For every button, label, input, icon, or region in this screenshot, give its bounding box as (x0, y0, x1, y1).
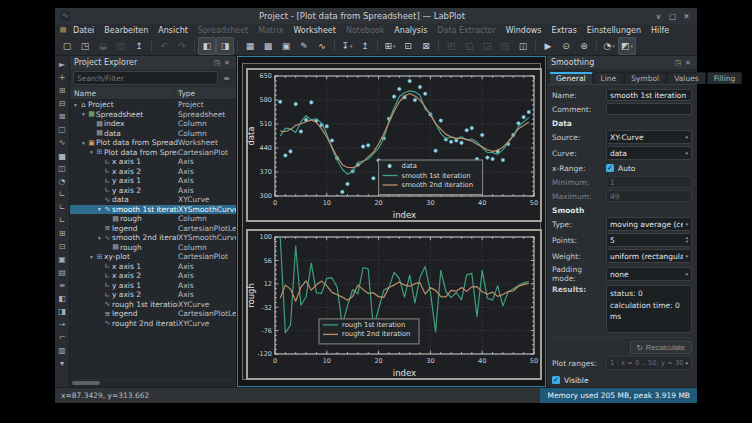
add-y-axis-tool-button[interactable]: ∟ (56, 214, 68, 227)
add-axis-tool-button[interactable]: ∟ (56, 188, 68, 201)
expander-icon[interactable]: ▾ (80, 140, 87, 146)
tree-row-xy-plot[interactable]: ▾⊞xy-plotCartesianPlot (70, 252, 236, 262)
tree-row-legend[interactable]: ≡legendCartesianPlotLegend (70, 309, 236, 319)
add-plot-tool-button[interactable]: ⊞ (56, 227, 68, 240)
presenter-mode-button[interactable]: ▶ (539, 37, 557, 55)
recalculate-button[interactable]: ↻ Recalculate (630, 341, 693, 354)
dock-float-icon[interactable]: ◳ (673, 59, 683, 67)
close-button[interactable]: ✕ (681, 11, 692, 22)
open-project-button[interactable]: ◳ (76, 37, 94, 55)
tree-row-rough[interactable]: ▤roughColumn (70, 214, 236, 224)
tree-row-legend[interactable]: ≡legendCartesianPlotLegend (70, 224, 236, 234)
toggle-properties-dock-button[interactable]: ◨ (216, 37, 234, 55)
fullscreen-button[interactable]: ⊙ (557, 37, 575, 55)
zoom-fit-button[interactable]: ⊡ (399, 37, 417, 55)
shape-ellipse-tool-button[interactable]: ◨ (56, 305, 68, 318)
add-curve-tool-button[interactable]: ∿ (56, 136, 68, 149)
menu-worksheet[interactable]: Worksheet (288, 26, 340, 35)
menu-hilfe[interactable]: Hilfe (646, 26, 674, 35)
arrange-button[interactable]: ◫ (514, 37, 532, 55)
zoom-y-tool-button[interactable]: ⊠ (56, 110, 68, 123)
expander-icon[interactable]: ▾ (72, 102, 79, 108)
tree-row-smooth-1st-iteration[interactable]: ▾∿smooth 1st iterationXYSmoothCurve (70, 205, 236, 215)
tree-row-plot-data-from-spreadsheet[interactable]: ▾⊞Plot data from SpreadsheetCartesianPlo… (70, 148, 236, 158)
plot-ranges-combobox[interactable]: 1 : x = 0 .. 50, y = 300 .. 650 ▾ (606, 356, 692, 370)
maximize-button[interactable]: □ (667, 11, 678, 22)
menu-datei[interactable]: Datei (68, 26, 99, 35)
add-legend-tool-button[interactable]: ≡ (56, 279, 68, 292)
magnification-button[interactable]: ◔▾ (600, 37, 618, 55)
tree-row-x-axis-1[interactable]: ∟x axis 1Axis (70, 157, 236, 167)
tree-row-x-axis-1[interactable]: ∟x axis 1Axis (70, 262, 236, 272)
navigate-mode-button[interactable]: ⊠ (417, 37, 435, 55)
menu-ansicht[interactable]: Ansicht (153, 26, 193, 35)
import-data-button[interactable]: ↧▾ (338, 37, 356, 55)
tree-row-data[interactable]: ∿dataXYCurve (70, 195, 236, 205)
tab-values[interactable]: Values (667, 72, 706, 84)
filter-options-icon[interactable]: ≡ (220, 72, 233, 85)
reference-range-tool-button[interactable]: ▥ (56, 344, 68, 357)
tree-row-project[interactable]: ▾⌂ProjectProject (70, 100, 236, 110)
add-text-tool-button[interactable]: ▤ (56, 266, 68, 279)
column-header-type[interactable]: Type (174, 89, 236, 98)
tab-filling[interactable]: Filling (707, 72, 743, 84)
points-spinbox[interactable]: 5 ▴▾ (606, 233, 692, 247)
expander-icon[interactable]: ▾ (96, 235, 103, 241)
search-input[interactable] (73, 71, 218, 85)
tree-row-y-axis-1[interactable]: ∟y axis 1Axis (70, 176, 236, 186)
new-worksheet-button[interactable]: ▣ (277, 37, 295, 55)
name-field[interactable] (606, 89, 692, 101)
tree-row-y-axis-1[interactable]: ∟y axis 1Axis (70, 281, 236, 291)
toggle-project-explorer-button[interactable]: ◧ (198, 37, 216, 55)
title-bar[interactable]: ∿ Project - [Plot data from Spreadsheet]… (55, 8, 697, 24)
tree-row-x-axis-2[interactable]: ∟x axis 2Axis (70, 271, 236, 281)
spinner-arrows-icon[interactable]: ▴▾ (686, 236, 688, 244)
tree-row-y-axis-2[interactable]: ∟y axis 2Axis (70, 186, 236, 196)
new-curve-button[interactable]: ∿ (313, 37, 331, 55)
export-button[interactable]: ↥ (130, 37, 148, 55)
tree-row-data[interactable]: ▤dataColumn (70, 129, 236, 139)
padding-mode-combobox[interactable]: none ▾ (606, 267, 692, 281)
expander-icon[interactable]: ▾ (80, 111, 87, 117)
expander-icon[interactable]: ▾ (88, 254, 95, 260)
menu-extras[interactable]: Extras (547, 26, 582, 35)
tree-row-x-axis-2[interactable]: ∟x axis 2Axis (70, 167, 236, 177)
menu-bearbeiten[interactable]: Bearbeiten (99, 26, 153, 35)
tree-hscrollbar[interactable] (70, 379, 236, 387)
tree-row-rough-1st-iteration[interactable]: ∿rough 1st iterationXYCurve (70, 300, 236, 310)
dock-close-icon[interactable]: ✕ (222, 59, 232, 67)
weight-combobox[interactable]: uniform (rectangular) ▾ (606, 249, 692, 263)
cursor-tool-button[interactable]: ► (56, 58, 68, 71)
tab-general[interactable]: General (549, 72, 593, 84)
menu-windows[interactable]: Windows (501, 26, 547, 35)
minimize-button[interactable]: ∨ (653, 11, 664, 22)
worksheet-page[interactable]: 01020304050300370440510580650indexdatada… (242, 63, 541, 380)
source-combobox[interactable]: XY-Curve ▾ (606, 130, 692, 144)
dock-close-icon[interactable]: ✕ (683, 59, 693, 67)
smooth-plot[interactable]: 01020304050300370440510580650indexdatada… (246, 68, 542, 222)
tab-symbol[interactable]: Symbol (624, 72, 666, 84)
refresh-button[interactable]: ⊛ (575, 37, 593, 55)
tree-row-rought-2nd-iteration[interactable]: ∿rought 2nd iterationXYCurve (70, 319, 236, 329)
new-spreadsheet-button[interactable]: ▦ (241, 37, 259, 55)
add-inset-plot-tool-button[interactable]: ⊡ (56, 240, 68, 253)
tree-row-rough[interactable]: ▤roughColumn (70, 243, 236, 253)
menu-einstellungen[interactable]: Einstellungen (582, 26, 646, 35)
add-image-tool-button[interactable]: ▣ (56, 253, 68, 266)
curve-combobox[interactable]: data ▾ (606, 146, 692, 160)
shape-rect-tool-button[interactable]: ◧ (56, 292, 68, 305)
crosshair-tool-button[interactable]: + (56, 71, 68, 84)
zoom-x-tool-button[interactable]: ⊟ (56, 97, 68, 110)
tree-row-spreadsheet[interactable]: ▾▦SpreadsheetSpreadsheet (70, 110, 236, 120)
new-matrix-button[interactable]: ▩ (259, 37, 277, 55)
rough-plot[interactable]: 01020304050-120-76-321256100indexroughro… (246, 229, 542, 380)
zoom-select-tool-button[interactable]: ⊞ (56, 84, 68, 97)
expander-icon[interactable]: ▾ (88, 149, 95, 155)
tree-columns-header[interactable]: Name Type (70, 87, 236, 100)
reference-line-tool-button[interactable]: ⌐ (56, 331, 68, 344)
auto-checkbox[interactable]: ✓ (606, 164, 614, 172)
tree-row-plot-data-from-spreadsheet[interactable]: ▾▣Plot data from SpreadsheetWorksheet (70, 138, 236, 148)
menu-analysis[interactable]: Analysis (389, 26, 432, 35)
add-boxplot-tool-button[interactable]: ◫ (56, 162, 68, 175)
tree-row-y-axis-2[interactable]: ∟y axis 2Axis (70, 290, 236, 300)
